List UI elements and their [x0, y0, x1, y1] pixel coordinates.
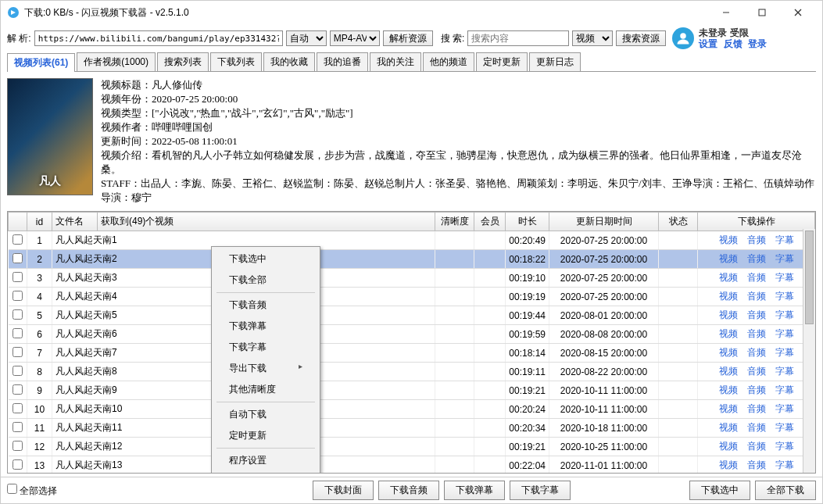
row-checkbox[interactable] — [13, 328, 23, 338]
url-input[interactable] — [34, 30, 283, 46]
download-sub-link[interactable]: 字幕 — [775, 328, 794, 339]
table-row[interactable]: 5凡人风起天南500:19:442020-08-01 20:00:00视频音频字… — [9, 306, 815, 325]
format-select[interactable]: MP4-AVC — [330, 30, 380, 46]
vertical-scrollbar[interactable] — [803, 229, 815, 473]
download-sub-link[interactable]: 字幕 — [775, 384, 794, 395]
download-video-link[interactable]: 视频 — [719, 422, 738, 433]
settings-link[interactable]: 设置 — [699, 38, 717, 49]
download-audio-link[interactable]: 音频 — [747, 328, 766, 339]
download-sub-link[interactable]: 字幕 — [775, 272, 794, 283]
row-checkbox[interactable] — [13, 253, 23, 263]
tab-0[interactable]: 视频列表(61) — [7, 53, 75, 72]
download-audio-link[interactable]: 音频 — [747, 366, 766, 377]
search-input[interactable] — [467, 30, 569, 46]
row-checkbox[interactable] — [13, 272, 23, 282]
row-checkbox[interactable] — [13, 291, 23, 301]
search-type-select[interactable]: 视频 — [572, 30, 613, 46]
table-row[interactable]: 13凡人风起天南1300:22:042020-11-01 11:00:00视频音… — [9, 456, 815, 474]
tab-1[interactable]: 作者视频(1000) — [77, 52, 156, 71]
download-video-link[interactable]: 视频 — [719, 328, 738, 339]
table-row[interactable]: 2凡人风起天南200:18:222020-07-25 20:00:00视频音频字… — [9, 250, 815, 269]
download-audio-link[interactable]: 音频 — [747, 459, 766, 470]
scrollbar-thumb[interactable] — [805, 231, 814, 324]
context-menu-item[interactable]: 定时更新 — [213, 425, 318, 446]
download-sub-link[interactable]: 字幕 — [775, 422, 794, 433]
download-video-link[interactable]: 视频 — [719, 309, 738, 320]
download-audio-button[interactable]: 下载音频 — [378, 481, 439, 500]
row-checkbox[interactable] — [13, 384, 23, 395]
context-menu-item[interactable]: 下载全部 — [213, 270, 318, 291]
login-link[interactable]: 登录 — [748, 38, 767, 49]
context-menu-item[interactable]: 其他清晰度 — [213, 379, 318, 400]
context-menu-item[interactable]: 下载选中 — [213, 248, 318, 270]
row-checkbox[interactable] — [13, 441, 23, 451]
context-menu-item[interactable]: 程序设置 — [213, 450, 318, 471]
table-row[interactable]: 1凡人风起天南100:20:492020-07-25 20:00:00视频音频字… — [9, 231, 815, 250]
download-audio-link[interactable]: 音频 — [747, 309, 766, 320]
row-checkbox[interactable] — [13, 459, 23, 470]
download-video-link[interactable]: 视频 — [719, 403, 738, 414]
feedback-link[interactable]: 反馈 — [724, 38, 742, 49]
row-checkbox[interactable] — [13, 403, 23, 413]
table-row[interactable]: 3凡人风起天南300:19:102020-07-25 20:00:00视频音频字… — [9, 269, 815, 288]
tab-7[interactable]: 他的频道 — [423, 52, 474, 71]
context-menu-item[interactable]: 下载音频 — [213, 295, 318, 316]
row-checkbox[interactable] — [13, 234, 23, 245]
maximize-button[interactable] — [744, 1, 780, 24]
context-menu-item[interactable]: 下载弹幕 — [213, 316, 318, 337]
tab-9[interactable]: 更新日志 — [529, 52, 581, 71]
download-video-link[interactable]: 视频 — [719, 384, 738, 395]
parse-button[interactable]: 解析资源 — [383, 30, 433, 46]
download-audio-link[interactable]: 音频 — [747, 291, 766, 302]
context-menu-item[interactable]: 导出下载 — [213, 358, 318, 379]
close-button[interactable] — [780, 1, 816, 24]
row-checkbox[interactable] — [13, 422, 23, 432]
search-button[interactable]: 搜索资源 — [616, 30, 666, 46]
table-row[interactable]: 11凡人风起天南1100:20:342020-10-18 11:00:00视频音… — [9, 419, 815, 438]
table-row[interactable]: 12凡人风起天南1200:19:212020-10-25 11:00:00视频音… — [9, 438, 815, 456]
download-sub-link[interactable]: 字幕 — [775, 253, 794, 264]
download-video-link[interactable]: 视频 — [719, 459, 738, 470]
download-video-link[interactable]: 视频 — [719, 253, 738, 264]
tab-6[interactable]: 我的关注 — [370, 52, 421, 71]
download-video-link[interactable]: 视频 — [719, 234, 738, 245]
download-selected-button[interactable]: 下载选中 — [689, 481, 750, 500]
context-menu-item[interactable]: 自动下载 — [213, 404, 318, 425]
download-sub-button[interactable]: 下载字幕 — [510, 481, 571, 500]
download-audio-link[interactable]: 音频 — [747, 347, 766, 358]
download-sub-link[interactable]: 字幕 — [775, 366, 794, 377]
select-all-checkbox[interactable]: 全部选择 — [7, 484, 57, 498]
table-row[interactable]: 9凡人风起天南900:19:212020-10-11 11:00:00视频音频字… — [9, 381, 815, 400]
minimize-button[interactable] — [708, 1, 744, 24]
tab-4[interactable]: 我的收藏 — [263, 52, 315, 71]
table-row[interactable]: 6凡人风起天南600:19:592020-08-08 20:00:00视频音频字… — [9, 325, 815, 344]
download-sub-link[interactable]: 字幕 — [775, 441, 794, 452]
download-sub-link[interactable]: 字幕 — [775, 309, 794, 320]
download-audio-link[interactable]: 音频 — [747, 422, 766, 433]
table-row[interactable]: 8凡人风起天南800:19:112020-08-22 20:00:00视频音频字… — [9, 363, 815, 381]
download-video-link[interactable]: 视频 — [719, 347, 738, 358]
download-video-link[interactable]: 视频 — [719, 272, 738, 283]
download-video-link[interactable]: 视频 — [719, 366, 738, 377]
download-audio-link[interactable]: 音频 — [747, 384, 766, 395]
download-sub-link[interactable]: 字幕 — [775, 347, 794, 358]
table-row[interactable]: 7凡人风起天南700:18:142020-08-15 20:00:00视频音频字… — [9, 344, 815, 363]
tab-5[interactable]: 我的追番 — [317, 52, 368, 71]
row-checkbox[interactable] — [13, 347, 23, 357]
download-audio-link[interactable]: 音频 — [747, 253, 766, 264]
auto-select[interactable]: 自动 — [286, 30, 327, 46]
download-sub-link[interactable]: 字幕 — [775, 459, 794, 470]
row-checkbox[interactable] — [13, 366, 23, 376]
download-video-link[interactable]: 视频 — [719, 441, 738, 452]
table-row[interactable]: 10凡人风起天南1000:20:242020-10-11 11:00:00视频音… — [9, 400, 815, 419]
download-audio-link[interactable]: 音频 — [747, 272, 766, 283]
download-audio-link[interactable]: 音频 — [747, 441, 766, 452]
tab-8[interactable]: 定时更新 — [476, 52, 528, 71]
download-danmu-button[interactable]: 下载弹幕 — [444, 481, 505, 500]
table-row[interactable]: 4凡人风起天南400:19:192020-07-25 20:00:00视频音频字… — [9, 288, 815, 306]
download-sub-link[interactable]: 字幕 — [775, 234, 794, 245]
download-audio-link[interactable]: 音频 — [747, 234, 766, 245]
tab-3[interactable]: 下载列表 — [210, 52, 262, 71]
tab-2[interactable]: 搜索列表 — [157, 52, 209, 71]
context-menu-item[interactable]: 下载字幕 — [213, 337, 318, 358]
